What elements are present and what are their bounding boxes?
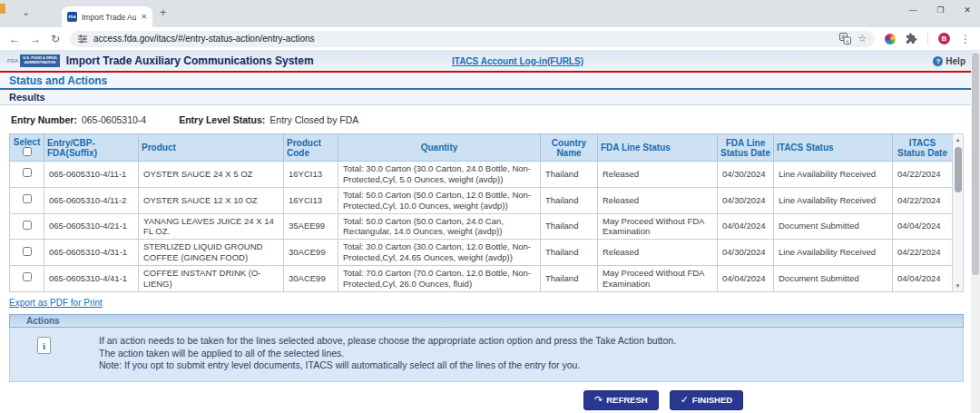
row-itacs-status: Document Submitted (774, 266, 893, 292)
browser-tab[interactable]: FDA Import Trade Auxiliary Comm ✕ (62, 6, 152, 27)
row-entry: 065-0605310-4/31-1 (44, 240, 139, 266)
col-select-label: Select (13, 137, 41, 147)
row-quantity: Total: 30.0 Carton (30.0 Carton, 24.0 Bo… (338, 162, 541, 188)
new-tab-button[interactable]: + (160, 5, 167, 19)
translate-icon[interactable]: A a (839, 33, 851, 44)
table-row: 065-0605310-4/41-1 COFFEE INSTANT DRINK … (10, 266, 953, 292)
tab-close-icon[interactable]: ✕ (141, 13, 147, 21)
row-fda-status-date: 04/04/2024 (718, 266, 774, 292)
row-fda-status: Released (598, 162, 718, 188)
row-product: OYSTER SAUCE 12 X 10 OZ (139, 187, 284, 213)
row-select-cell (10, 240, 44, 266)
table-row: 065-0605310-4/31-1 STERLIZED LIQUID GROU… (10, 240, 953, 266)
col-product-code: Product Code (284, 134, 338, 162)
fda-logo-line2: ADMINISTRATION (23, 61, 56, 65)
action-buttons: ↷ REFRESH ✓ FINISHED (0, 390, 980, 410)
table-scrollbar[interactable]: ▲ ▼ (952, 133, 964, 292)
row-fda-status: Released (598, 240, 718, 266)
url-bar[interactable]: access.fda.gov/itacs/#/entry-status-acti… (70, 31, 875, 47)
maximize-button[interactable]: ❐ (936, 5, 944, 15)
bookmark-star-icon[interactable]: ☆ (858, 34, 867, 44)
row-select-cell (10, 187, 44, 213)
row-product-code: 16YCI13 (284, 162, 338, 188)
reload-icon[interactable]: ↻ (51, 34, 60, 44)
results-heading: Results (0, 90, 980, 105)
row-fda-status-date: 04/30/2024 (718, 187, 774, 213)
col-itacs-status: ITACS Status (774, 134, 893, 162)
extensions-puzzle-icon[interactable] (906, 33, 917, 44)
entry-summary: Entry Number: 065-0605310-4 Entry Level … (11, 114, 980, 125)
help-link[interactable]: ? Help (933, 56, 965, 66)
row-select-checkbox[interactable] (23, 221, 32, 230)
forward-icon[interactable]: → (30, 34, 41, 44)
row-itacs-status-date: 04/04/2024 (893, 213, 953, 240)
table-scrollbar-thumb[interactable] (955, 147, 962, 192)
row-entry: 065-0605310-4/21-1 (44, 213, 139, 240)
minimize-button[interactable]: — (908, 5, 916, 15)
entry-status-value: Entry Closed by FDA (270, 114, 358, 125)
actions-instruction-line2: The action taken will be applied to all … (99, 348, 676, 360)
profile-avatar[interactable]: B (938, 33, 950, 44)
tab-title: Import Trade Auxiliary Comm (82, 13, 136, 22)
row-product-code: 30ACE99 (284, 240, 338, 266)
page-scrollbar-thumb[interactable] (972, 53, 979, 275)
row-select-checkbox[interactable] (23, 168, 32, 177)
row-product: OYSTER SAUCE 24 X 5 OZ (139, 162, 284, 188)
toolbar-divider (927, 33, 928, 45)
refresh-arrow-icon: ↷ (594, 394, 603, 406)
row-entry: 065-0605310-4/11-1 (44, 162, 139, 188)
page-scrollbar[interactable] (971, 51, 980, 413)
close-button[interactable]: ✕ (964, 5, 971, 15)
site-settings-icon[interactable] (78, 34, 87, 44)
refresh-button[interactable]: ↷ REFRESH (583, 390, 659, 410)
extension-colorwheel-icon[interactable] (885, 34, 896, 44)
row-select-checkbox[interactable] (23, 247, 32, 256)
finished-button[interactable]: ✓ FINISHED (670, 390, 744, 410)
row-product-code: 35AEE99 (284, 213, 338, 240)
row-product: YANANG LEAVES JUICE 24 X 14 FL OZ. (139, 213, 284, 240)
col-fda-status: FDA Line Status (598, 134, 718, 162)
row-product-code: 30ACE99 (284, 266, 338, 292)
scroll-up-icon[interactable]: ▲ (953, 134, 963, 145)
help-question-icon: ? (933, 56, 943, 66)
col-select: Select (10, 134, 44, 162)
row-country: Thailand (541, 240, 598, 266)
row-entry: 065-0605310-4/41-1 (44, 266, 139, 292)
row-itacs-status: Line Availability Received (774, 162, 893, 188)
browser-toolbar: ← → ↻ access.fda.gov/itacs/#/entry-statu… (0, 27, 980, 51)
itacs-login-link[interactable]: ITACS Account Log-in(FURLS) (452, 56, 583, 66)
row-quantity: Total: 70.0 Carton (70.0 Carton, 12.0 Bo… (338, 266, 541, 292)
row-fda-status-date: 04/30/2024 (718, 162, 774, 188)
tab-search-chevron-icon[interactable]: ⌄ (22, 6, 30, 18)
col-fda-status-date: FDA Line Status Date (718, 134, 774, 162)
app-header: FDA U.S. FOOD & DRUG ADMINISTRATION Impo… (0, 51, 980, 73)
table-scrollbar-track[interactable] (953, 145, 963, 280)
fda-wordmark: FDA (7, 58, 18, 64)
row-itacs-status-date: 04/22/2024 (893, 187, 953, 213)
select-all-checkbox[interactable] (23, 147, 32, 156)
entry-status-label: Entry Level Status: (179, 114, 265, 125)
table-row: 065-0605310-4/11-2 OYSTER SAUCE 12 X 10 … (10, 187, 953, 213)
table-row: 065-0605310-4/21-1 YANANG LEAVES JUICE 2… (10, 213, 953, 240)
row-quantity: Total: 30.0 Carton (30.0 Carton, 12.0 Bo… (338, 240, 541, 266)
url-text[interactable]: access.fda.gov/itacs/#/entry-status-acti… (93, 34, 833, 44)
export-pdf-link[interactable]: Export as PDF for Print (9, 298, 103, 308)
row-fda-status-date: 04/04/2024 (718, 213, 774, 240)
row-select-cell (10, 162, 44, 188)
row-select-checkbox[interactable] (23, 194, 32, 203)
back-icon[interactable]: ← (9, 34, 20, 44)
row-fda-status: May Proceed Without FDA Examination (598, 213, 718, 240)
window-controls: — ❐ ✕ (908, 5, 971, 15)
menu-dots-icon[interactable]: ⋮ (960, 34, 971, 44)
actions-panel-title: Actions (9, 314, 964, 328)
app-title: Import Trade Auxiliary Communications Sy… (66, 54, 314, 67)
row-quantity: Total: 50.0 Carton (50.0 Carton, 12.0 Bo… (338, 187, 541, 213)
results-table-container: Select Entry/CBP-FDA(Suffix) Product Pro… (9, 133, 964, 292)
row-country: Thailand (541, 187, 598, 213)
row-country: Thailand (541, 266, 598, 292)
scroll-down-icon[interactable]: ▼ (953, 280, 963, 291)
col-country: Country Name (541, 134, 598, 162)
row-fda-status: Released (598, 187, 718, 213)
row-select-checkbox[interactable] (23, 272, 32, 281)
actions-panel: Actions i If an action needs to be taken… (9, 314, 964, 382)
